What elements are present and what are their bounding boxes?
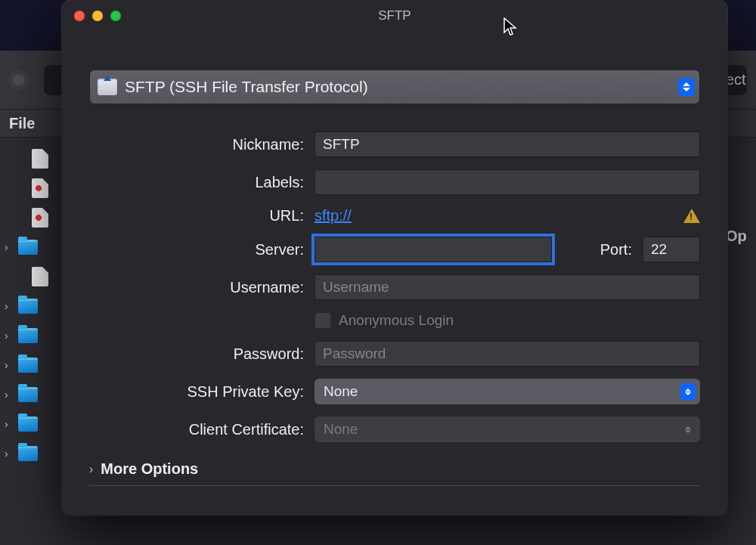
dropdown-chevrons-icon — [680, 383, 696, 400]
options-button-fragment[interactable]: Op — [726, 225, 756, 247]
folder-icon — [18, 328, 38, 343]
url-link[interactable]: sftp:// — [314, 207, 352, 225]
document-icon — [32, 208, 48, 228]
anonymous-login-checkbox[interactable] — [314, 312, 331, 329]
username-input[interactable] — [314, 274, 700, 300]
warning-icon — [683, 209, 700, 223]
document-icon — [32, 149, 48, 169]
sftp-protocol-icon — [98, 79, 117, 95]
column-header-filename[interactable]: File — [9, 115, 35, 132]
folder-icon — [18, 358, 38, 373]
folder-icon — [18, 416, 38, 432]
client-certificate-value: None — [324, 421, 680, 438]
dropdown-chevrons-icon — [680, 421, 696, 438]
gear-icon[interactable] — [9, 70, 29, 90]
protocol-dropdown-value: SFTP (SSH File Transfer Protocol) — [125, 78, 678, 96]
chevron-right-icon: › — [5, 418, 18, 430]
label-url: URL: — [89, 207, 314, 225]
chevron-right-icon: › — [5, 241, 18, 253]
labels-input[interactable] — [314, 169, 700, 195]
more-options-disclosure[interactable]: › More Options — [89, 460, 700, 486]
folder-icon — [18, 299, 38, 314]
label-username: Username: — [89, 279, 314, 296]
protocol-dropdown[interactable]: SFTP (SSH File Transfer Protocol) — [89, 70, 700, 104]
chevron-right-icon: › — [89, 463, 93, 476]
server-input[interactable] — [314, 237, 552, 262]
dropdown-chevrons-icon — [678, 78, 695, 96]
port-input[interactable] — [643, 237, 700, 262]
titlebar: SFTP — [62, 0, 727, 32]
label-server: Server: — [89, 241, 314, 259]
chevron-right-icon: › — [5, 330, 18, 342]
connection-dialog: SFTP SFTP (SSH File Transfer Protocol) N… — [62, 0, 727, 516]
label-more-options: More Options — [101, 460, 198, 478]
label-ssh-key: SSH Private Key: — [89, 383, 314, 401]
connect-button-fragment[interactable]: ect — [724, 64, 756, 94]
folder-icon — [18, 240, 38, 255]
chevron-right-icon: › — [5, 300, 18, 312]
chevron-right-icon: › — [5, 447, 18, 460]
label-labels: Labels: — [89, 174, 314, 191]
folder-icon — [18, 446, 38, 461]
label-port: Port: — [600, 241, 632, 259]
document-icon — [32, 178, 48, 198]
label-anonymous-login: Anonymous Login — [339, 312, 454, 329]
label-password: Password: — [89, 345, 314, 363]
chevron-right-icon: › — [5, 359, 18, 371]
client-certificate-dropdown: None — [314, 416, 700, 442]
password-input[interactable] — [314, 341, 700, 367]
ssh-private-key-dropdown[interactable]: None — [314, 379, 700, 404]
document-icon — [32, 267, 48, 286]
ssh-private-key-value: None — [324, 383, 680, 400]
label-nickname: Nickname: — [89, 136, 314, 153]
dialog-title: SFTP — [62, 8, 727, 23]
folder-icon — [18, 387, 38, 402]
nickname-input[interactable] — [314, 132, 700, 157]
label-client-cert: Client Certificate: — [89, 421, 314, 438]
chevron-right-icon: › — [5, 389, 18, 401]
